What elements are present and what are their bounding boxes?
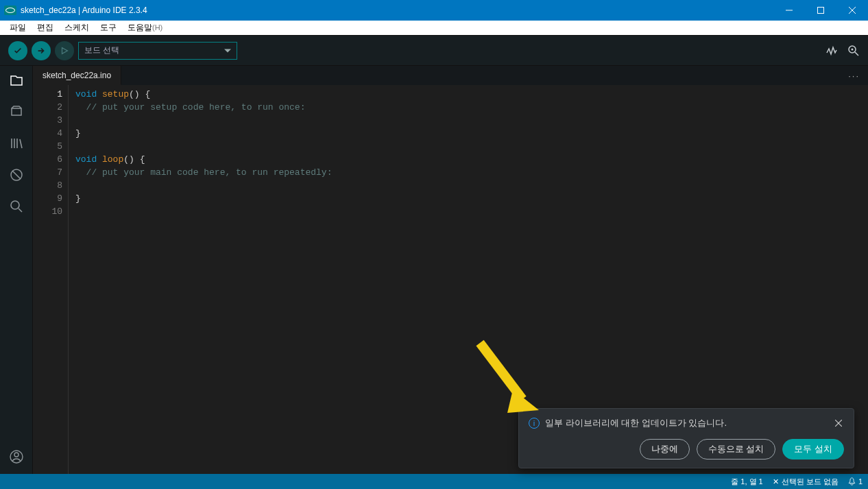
later-button[interactable]: 나중에 [640,439,690,460]
menu-edit[interactable]: 편집 [32,21,59,35]
update-notification-toast: i 일부 라이브러리에 대한 업데이트가 있습니다. 나중에 수동으로 설치 모… [518,408,854,468]
board-selector-label: 보드 선택 [84,45,119,56]
svg-line-11 [19,208,22,212]
sketchbook-icon[interactable] [9,73,24,88]
editor-tab[interactable]: sketch_dec22a.ino [33,66,121,85]
menu-sketch[interactable]: 스케치 [59,21,95,35]
svg-rect-7 [12,108,21,115]
account-icon[interactable] [9,449,24,464]
serial-monitor-icon[interactable] [847,45,860,57]
svg-point-13 [14,453,19,457]
editor-tab-menu-button[interactable]: ··· [840,66,868,85]
code-content: void setup() { // put your setup code he… [69,85,339,474]
board-selector-dropdown[interactable]: 보드 선택 [78,42,237,60]
chevron-down-icon [224,49,231,52]
status-notification-count: 1 [858,477,863,486]
info-icon: i [529,418,540,429]
editor-tabs: sketch_dec22a.ino ··· [33,66,868,85]
window-minimize-button[interactable] [773,0,805,21]
svg-point-10 [11,201,19,209]
svg-point-6 [852,48,854,50]
ellipsis-icon: ··· [848,71,860,81]
verify-button[interactable] [8,41,27,60]
upload-button[interactable] [32,41,51,60]
svg-line-5 [855,52,858,56]
window-titlebar: sketch_dec22a | Arduino IDE 2.3.4 [0,0,868,21]
arduino-app-icon [4,5,16,15]
close-icon: ✕ [773,477,780,486]
install-all-button[interactable]: 모두 설치 [782,439,844,460]
toast-close-button[interactable] [833,418,844,429]
search-icon[interactable] [9,199,24,214]
library-manager-icon[interactable] [9,136,24,151]
status-board-label: 선택된 보드 없음 [782,477,839,486]
activity-bar [0,66,33,474]
manual-install-button[interactable]: 수동으로 설치 [697,439,776,460]
menu-help-shortcut: (H) [152,23,162,32]
svg-rect-1 [818,8,824,14]
boards-manager-icon[interactable] [9,104,24,119]
line-number-gutter: 12345678910 [33,85,69,474]
status-cursor-position[interactable]: 줄 1, 열 1 [731,477,762,487]
status-notifications[interactable]: 1 [848,477,863,486]
toolbar: 보드 선택 [0,36,868,66]
status-board[interactable]: ✕ 선택된 보드 없음 [773,477,839,487]
window-title: sketch_dec22a | Arduino IDE 2.3.4 [21,5,773,15]
editor-tab-label: sketch_dec22a.ino [43,71,111,80]
menu-tools[interactable]: 도구 [95,21,122,35]
serial-plotter-icon[interactable] [825,45,838,57]
menu-bar: 파일 편집 스케치 도구 도움말(H) [0,21,868,36]
debug-button[interactable] [55,41,74,60]
window-close-button[interactable] [836,0,868,21]
menu-help[interactable]: 도움말(H) [122,21,168,35]
toast-message: 일부 라이브러리에 대한 업데이트가 있습니다. [545,417,727,429]
debug-icon[interactable] [9,167,24,182]
window-maximize-button[interactable] [805,0,836,21]
menu-file[interactable]: 파일 [4,21,32,35]
svg-line-9 [12,171,21,179]
window-controls [773,0,868,21]
status-bar: 줄 1, 열 1 ✕ 선택된 보드 없음 1 [0,474,868,489]
menu-help-label: 도움말 [128,23,152,32]
